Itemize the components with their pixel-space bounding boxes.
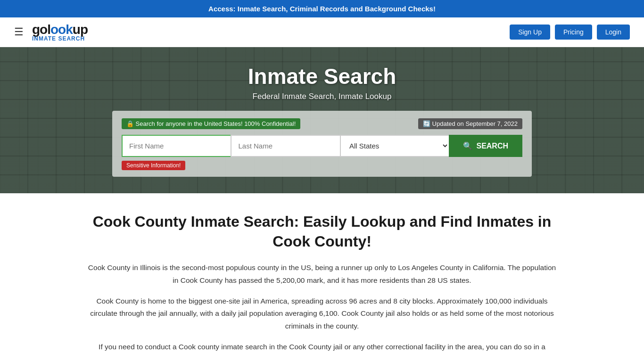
main-paragraph-3: If you need to conduct a Cook county inm… [86,341,558,353]
search-top-bar: 🔒 Search for anyone in the United States… [122,118,522,129]
logo[interactable]: golookup Inmate Search [32,22,88,42]
banner-text: Access: Inmate Search, Criminal Records … [208,5,436,13]
hero-subtitle: Federal Inmate Search, Inmate Lookup [253,92,392,101]
search-icon: 🔍 [463,141,472,150]
state-select[interactable]: All States Alabama Alaska Arizona Arkans… [340,135,449,157]
hero-content: Inmate Search Federal Inmate Search, Inm… [0,64,644,177]
first-name-input[interactable] [122,135,231,157]
hamburger-menu[interactable]: ☰ [14,26,24,38]
header-left: ☰ golookup Inmate Search [14,22,88,42]
top-banner: Access: Inmate Search, Criminal Records … [0,0,644,17]
last-name-input[interactable] [231,135,339,157]
pricing-button[interactable]: Pricing [555,25,592,40]
search-updated-badge: 🔄 Updated on September 7, 2022 [418,118,522,129]
main-paragraph-1: Cook County in Illinois is the second-mo… [86,262,558,287]
search-button-label: SEARCH [476,142,508,150]
hero-title: Inmate Search [248,64,396,89]
header-right: Sign Up Pricing Login [510,25,630,40]
sensitive-info-badge: Sensitive Information! [122,161,185,170]
search-container: 🔒 Search for anyone in the United States… [112,111,532,177]
main-heading: Cook County Inmate Search: Easily Lookup… [84,212,560,251]
login-button[interactable]: Login [597,25,630,40]
hero-section: Inmate Search Federal Inmate Search, Inm… [0,47,644,193]
logo-subtext: Inmate Search [32,35,85,42]
search-confidential-badge: 🔒 Search for anyone in the United States… [122,118,300,129]
search-button[interactable]: 🔍 SEARCH [449,135,522,157]
search-fields: All States Alabama Alaska Arizona Arkans… [122,135,522,157]
signup-button[interactable]: Sign Up [510,25,550,40]
main-paragraph-2: Cook County is home to the biggest one-s… [86,295,558,332]
main-content: Cook County Inmate Search: Easily Lookup… [74,193,570,362]
header: ☰ golookup Inmate Search Sign Up Pricing… [0,17,644,47]
